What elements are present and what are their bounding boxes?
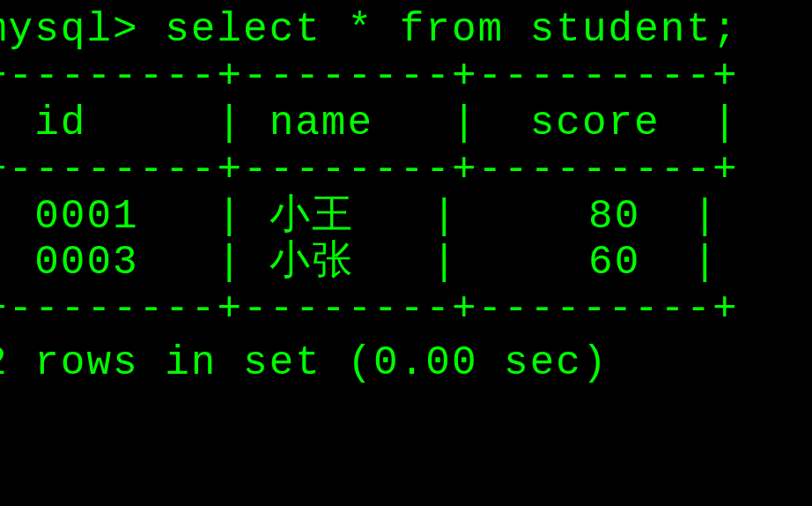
table-border-mid: +--------+--------+---------+: [0, 147, 812, 194]
mysql-terminal: mysql> select * from student; +--------+…: [0, 0, 812, 387]
table-row: | 0003 | 小张 | 60 |: [0, 240, 812, 286]
query-status: 2 rows in set (0.00 sec): [0, 333, 812, 387]
table-row: | 0001 | 小王 | 80 |: [0, 194, 812, 241]
table-border-top: +--------+--------+---------+: [0, 54, 812, 100]
prompt-line: mysql> select * from student;: [0, 0, 812, 54]
mysql-prompt: mysql>: [0, 7, 139, 53]
table-border-bottom: +--------+--------+---------+: [0, 286, 812, 333]
sql-query: select * from student;: [165, 7, 738, 53]
table-header-row: | id | name | score |: [0, 100, 812, 147]
